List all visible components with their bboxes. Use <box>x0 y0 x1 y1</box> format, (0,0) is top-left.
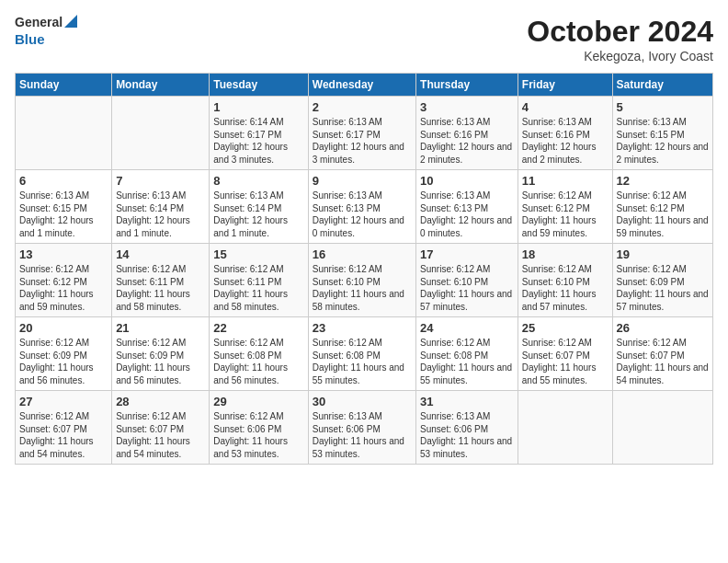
calendar-cell: 8Sunrise: 6:13 AMSunset: 6:14 PMDaylight… <box>210 170 308 244</box>
calendar-cell: 3Sunrise: 6:13 AMSunset: 6:16 PMDaylight… <box>416 97 518 170</box>
calendar-week-row: 1Sunrise: 6:14 AMSunset: 6:17 PMDaylight… <box>16 97 713 170</box>
calendar-cell <box>612 391 712 465</box>
calendar-cell: 11Sunrise: 6:12 AMSunset: 6:12 PMDayligh… <box>518 170 612 244</box>
calendar-cell: 12Sunrise: 6:12 AMSunset: 6:12 PMDayligh… <box>612 170 712 244</box>
col-wednesday: Wednesday <box>308 74 415 97</box>
day-info: Sunrise: 6:13 AMSunset: 6:06 PMDaylight:… <box>313 410 412 460</box>
day-info: Sunrise: 6:13 AMSunset: 6:15 PMDaylight:… <box>19 190 108 239</box>
page-subtitle: Kekegoza, Ivory Coast <box>527 49 713 63</box>
calendar-cell: 17Sunrise: 6:12 AMSunset: 6:10 PMDayligh… <box>416 244 518 317</box>
day-number: 25 <box>522 321 609 335</box>
calendar-week-row: 27Sunrise: 6:12 AMSunset: 6:07 PMDayligh… <box>16 391 713 465</box>
col-thursday: Thursday <box>416 74 518 97</box>
calendar-cell: 24Sunrise: 6:12 AMSunset: 6:08 PMDayligh… <box>416 317 518 391</box>
logo: General Blue <box>15 15 77 48</box>
day-info: Sunrise: 6:13 AMSunset: 6:16 PMDaylight:… <box>420 116 514 166</box>
day-info: Sunrise: 6:13 AMSunset: 6:15 PMDaylight:… <box>617 116 709 166</box>
calendar-cell: 2Sunrise: 6:13 AMSunset: 6:17 PMDaylight… <box>308 97 415 170</box>
day-number: 22 <box>213 321 303 335</box>
calendar-week-row: 6Sunrise: 6:13 AMSunset: 6:15 PMDaylight… <box>16 170 713 244</box>
day-info: Sunrise: 6:12 AMSunset: 6:12 PMDaylight:… <box>522 190 609 239</box>
day-info: Sunrise: 6:13 AMSunset: 6:13 PMDaylight:… <box>313 190 412 239</box>
calendar-cell: 7Sunrise: 6:13 AMSunset: 6:14 PMDaylight… <box>112 170 210 244</box>
day-info: Sunrise: 6:13 AMSunset: 6:16 PMDaylight:… <box>522 116 609 166</box>
calendar-cell: 15Sunrise: 6:12 AMSunset: 6:11 PMDayligh… <box>210 244 308 317</box>
day-info: Sunrise: 6:12 AMSunset: 6:07 PMDaylight:… <box>19 410 108 460</box>
day-info: Sunrise: 6:12 AMSunset: 6:12 PMDaylight:… <box>617 190 709 239</box>
calendar-cell: 30Sunrise: 6:13 AMSunset: 6:06 PMDayligh… <box>308 391 415 465</box>
day-number: 13 <box>19 247 108 261</box>
title-block: October 2024 Kekegoza, Ivory Coast <box>527 15 713 63</box>
day-info: Sunrise: 6:12 AMSunset: 6:07 PMDaylight:… <box>522 337 609 386</box>
day-number: 19 <box>617 247 709 261</box>
day-number: 31 <box>420 395 514 408</box>
day-number: 24 <box>420 321 514 335</box>
calendar-cell: 14Sunrise: 6:12 AMSunset: 6:11 PMDayligh… <box>112 244 210 317</box>
svg-marker-0 <box>64 15 77 28</box>
day-number: 18 <box>522 247 609 261</box>
calendar-cell: 5Sunrise: 6:13 AMSunset: 6:15 PMDaylight… <box>612 97 712 170</box>
day-info: Sunrise: 6:12 AMSunset: 6:08 PMDaylight:… <box>420 337 514 386</box>
day-info: Sunrise: 6:12 AMSunset: 6:09 PMDaylight:… <box>617 263 709 313</box>
calendar-cell: 13Sunrise: 6:12 AMSunset: 6:12 PMDayligh… <box>16 244 112 317</box>
day-number: 1 <box>213 100 303 114</box>
day-number: 16 <box>313 247 412 261</box>
day-number: 20 <box>19 321 108 335</box>
day-info: Sunrise: 6:12 AMSunset: 6:11 PMDaylight:… <box>116 263 205 313</box>
calendar-cell: 6Sunrise: 6:13 AMSunset: 6:15 PMDaylight… <box>16 170 112 244</box>
calendar-cell: 22Sunrise: 6:12 AMSunset: 6:08 PMDayligh… <box>210 317 308 391</box>
calendar-week-row: 13Sunrise: 6:12 AMSunset: 6:12 PMDayligh… <box>16 244 713 317</box>
col-saturday: Saturday <box>612 74 712 97</box>
day-info: Sunrise: 6:12 AMSunset: 6:07 PMDaylight:… <box>116 410 205 460</box>
day-number: 23 <box>313 321 412 335</box>
day-number: 26 <box>617 321 709 335</box>
calendar-cell: 28Sunrise: 6:12 AMSunset: 6:07 PMDayligh… <box>112 391 210 465</box>
day-info: Sunrise: 6:13 AMSunset: 6:17 PMDaylight:… <box>313 116 412 166</box>
day-info: Sunrise: 6:13 AMSunset: 6:06 PMDaylight:… <box>420 410 514 460</box>
calendar-cell: 4Sunrise: 6:13 AMSunset: 6:16 PMDaylight… <box>518 97 612 170</box>
calendar-cell: 18Sunrise: 6:12 AMSunset: 6:10 PMDayligh… <box>518 244 612 317</box>
calendar-cell: 1Sunrise: 6:14 AMSunset: 6:17 PMDaylight… <box>210 97 308 170</box>
day-info: Sunrise: 6:12 AMSunset: 6:08 PMDaylight:… <box>213 337 303 386</box>
calendar-cell: 16Sunrise: 6:12 AMSunset: 6:10 PMDayligh… <box>308 244 415 317</box>
calendar-cell: 21Sunrise: 6:12 AMSunset: 6:09 PMDayligh… <box>112 317 210 391</box>
day-number: 6 <box>19 174 108 188</box>
day-info: Sunrise: 6:13 AMSunset: 6:13 PMDaylight:… <box>420 190 514 239</box>
page-title: October 2024 <box>527 15 713 49</box>
day-info: Sunrise: 6:12 AMSunset: 6:06 PMDaylight:… <box>213 410 303 460</box>
day-number: 21 <box>116 321 205 335</box>
day-info: Sunrise: 6:12 AMSunset: 6:12 PMDaylight:… <box>19 263 108 313</box>
day-info: Sunrise: 6:12 AMSunset: 6:09 PMDaylight:… <box>19 337 108 386</box>
day-number: 8 <box>213 174 303 188</box>
calendar-cell: 10Sunrise: 6:13 AMSunset: 6:13 PMDayligh… <box>416 170 518 244</box>
day-number: 27 <box>19 395 108 408</box>
day-number: 7 <box>116 174 205 188</box>
logo-general: General <box>15 15 63 30</box>
calendar-cell: 26Sunrise: 6:12 AMSunset: 6:07 PMDayligh… <box>612 317 712 391</box>
logo-triangle-icon <box>64 15 77 31</box>
calendar-cell <box>112 97 210 170</box>
day-info: Sunrise: 6:12 AMSunset: 6:07 PMDaylight:… <box>617 337 709 386</box>
day-number: 9 <box>313 174 412 188</box>
page-header: General Blue October 2024 Kekegoza, Ivor… <box>15 15 713 63</box>
col-tuesday: Tuesday <box>210 74 308 97</box>
day-number: 5 <box>617 100 709 114</box>
day-number: 2 <box>313 100 412 114</box>
day-number: 14 <box>116 247 205 261</box>
calendar-cell: 25Sunrise: 6:12 AMSunset: 6:07 PMDayligh… <box>518 317 612 391</box>
calendar-week-row: 20Sunrise: 6:12 AMSunset: 6:09 PMDayligh… <box>16 317 713 391</box>
col-friday: Friday <box>518 74 612 97</box>
calendar-header-row: Sunday Monday Tuesday Wednesday Thursday… <box>16 74 713 97</box>
day-info: Sunrise: 6:14 AMSunset: 6:17 PMDaylight:… <box>213 116 303 166</box>
calendar-cell: 19Sunrise: 6:12 AMSunset: 6:09 PMDayligh… <box>612 244 712 317</box>
day-number: 12 <box>617 174 709 188</box>
day-number: 10 <box>420 174 514 188</box>
calendar-cell: 23Sunrise: 6:12 AMSunset: 6:08 PMDayligh… <box>308 317 415 391</box>
calendar-cell: 27Sunrise: 6:12 AMSunset: 6:07 PMDayligh… <box>16 391 112 465</box>
day-info: Sunrise: 6:13 AMSunset: 6:14 PMDaylight:… <box>116 190 205 239</box>
calendar-cell <box>518 391 612 465</box>
day-number: 30 <box>313 395 412 408</box>
day-info: Sunrise: 6:12 AMSunset: 6:11 PMDaylight:… <box>213 263 303 313</box>
calendar-cell: 29Sunrise: 6:12 AMSunset: 6:06 PMDayligh… <box>210 391 308 465</box>
day-number: 4 <box>522 100 609 114</box>
